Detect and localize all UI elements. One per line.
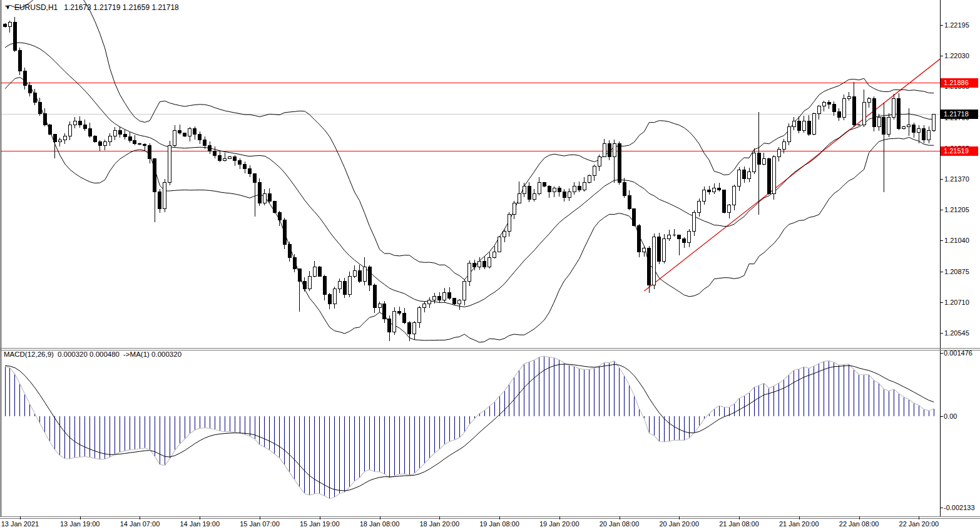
time-label: 18 Jan 08:00: [360, 520, 400, 528]
symbol-dropdown-icon[interactable]: ▼: [5, 4, 11, 11]
price-badge: 1.21519: [941, 146, 978, 156]
price-tick-label: 1.21040: [944, 237, 969, 244]
price-badge: 1.21718: [941, 110, 978, 119]
time-label: 22 Jan 08:00: [839, 520, 879, 528]
chart-title: ▼EURUSD,H11.21673 1.21719 1.21659 1.2171…: [5, 3, 179, 12]
macd-label-ma: ->MA(1) 0.000320: [123, 350, 181, 358]
time-label: 22 Jan 20:00: [899, 520, 939, 528]
time-label: 21 Jan 08:00: [719, 520, 759, 528]
time-label: 20 Jan 20:00: [659, 520, 699, 528]
time-label: 21 Jan 20:00: [779, 520, 819, 528]
price-tick-label: 1.20545: [944, 329, 969, 337]
mt4-chart-window: ▼EURUSD,H11.21673 1.21719 1.21659 1.2171…: [0, 0, 980, 532]
macd-label-values: 0.000320 0.000480: [58, 350, 120, 358]
time-label: 13 Jan 19:00: [60, 520, 100, 528]
time-label: 19 Jan 08:00: [479, 520, 519, 528]
price-tick-label: 1.21370: [944, 175, 969, 183]
macd-tick-label: 0.00: [944, 412, 957, 420]
price-tick-label: 1.20875: [944, 268, 969, 275]
price-badge: 1.21886: [941, 78, 978, 88]
chart-canvas[interactable]: [0, 0, 980, 532]
time-label: 20 Jan 08:00: [600, 520, 640, 528]
time-label: 19 Jan 20:00: [539, 520, 579, 528]
price-tick-label: 1.22195: [944, 21, 969, 29]
chart-ohlc-values: 1.21673 1.21719 1.21659 1.21718: [64, 3, 179, 12]
price-tick-label: 1.20710: [944, 299, 969, 306]
time-label: 13 Jan 2021: [1, 520, 39, 528]
price-tick-label: 1.22030: [944, 52, 969, 59]
time-label: 14 Jan 07:00: [120, 520, 160, 528]
time-label: 18 Jan 20:00: [419, 520, 459, 528]
macd-indicator-label: MACD(12,26,9)0.000320 0.000480->MA(1) 0.…: [4, 350, 185, 358]
time-label: 14 Jan 19:00: [180, 520, 220, 528]
macd-tick-label: -0.002133: [944, 504, 975, 511]
macd-label-name: MACD(12,26,9): [4, 350, 54, 358]
macd-tick-label: 0.001476: [944, 349, 972, 357]
time-label: 15 Jan 07:00: [240, 520, 280, 528]
price-tick-label: 1.21205: [944, 206, 969, 213]
time-label: 15 Jan 19:00: [300, 520, 340, 528]
chart-symbol-period: EURUSD,H1: [14, 3, 58, 12]
